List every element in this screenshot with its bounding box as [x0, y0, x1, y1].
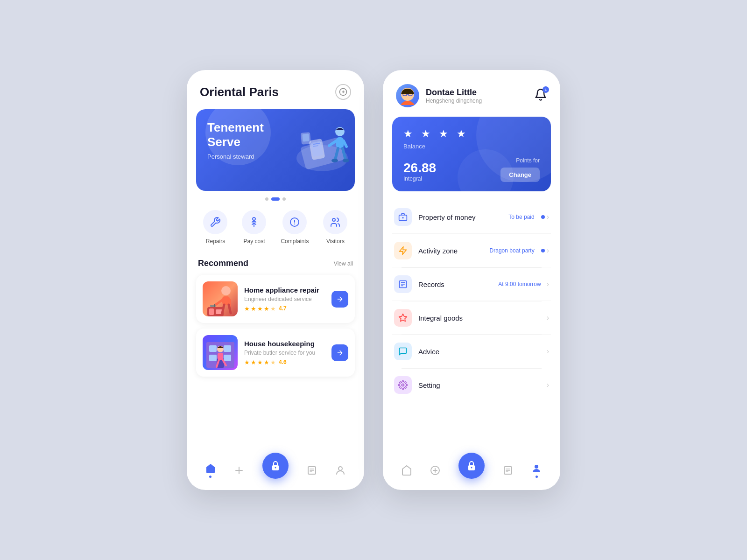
integral-icon-wrap — [394, 309, 412, 327]
svg-point-16 — [343, 159, 349, 162]
appliance-rating: 4.7 — [279, 305, 287, 312]
bell-badge: 1 — [543, 86, 549, 93]
nav-home[interactable] — [205, 463, 216, 478]
pay-cost-label: Pay cost — [243, 238, 265, 245]
appliance-arrow-button[interactable] — [331, 291, 348, 308]
p2-nav-home[interactable] — [401, 465, 412, 476]
svg-point-59 — [535, 465, 538, 469]
svg-rect-33 — [209, 345, 217, 352]
phone2-content: Dontae Little Hengsheng dingcheng 1 ★ ★ … — [383, 70, 560, 490]
user-avatar — [396, 84, 419, 107]
activity-dot — [541, 249, 545, 252]
star-2: ★ — [251, 305, 256, 312]
action-repairs[interactable]: Repairs — [203, 210, 227, 245]
svg-line-30 — [222, 305, 224, 313]
svg-rect-34 — [224, 345, 231, 352]
housekeeping-arrow-button[interactable] — [331, 344, 348, 361]
appliance-info: Home appliance repair Engineer dedicated… — [244, 286, 325, 312]
carousel-dots — [187, 197, 364, 201]
property-chevron: › — [547, 213, 549, 221]
card-balance-label: Balance — [403, 143, 540, 150]
menu-item-advice[interactable]: Advice › — [392, 335, 551, 368]
action-pay-cost[interactable]: Pay cost — [242, 210, 266, 245]
hstar-5: ★ — [270, 359, 276, 366]
activity-status: Dragon boat party — [490, 247, 535, 254]
menu-item-activity[interactable]: Activity zone Dragon boat party › — [392, 234, 551, 267]
svg-point-21 — [221, 286, 231, 295]
property-label: Property of money — [418, 213, 508, 221]
phones-container: Oriental Paris TenementServe Personal st… — [187, 70, 560, 490]
activity-label: Activity zone — [418, 247, 490, 255]
menu-item-records[interactable]: Records At 9:00 tomorrow › — [392, 268, 551, 301]
user-subtitle: Hengsheng dingcheng — [426, 98, 482, 104]
nav-profile[interactable] — [335, 465, 346, 476]
menu-item-property[interactable]: Property of money To be paid › — [392, 201, 551, 234]
appliance-name: Home appliance repair — [244, 286, 325, 294]
svg-point-45 — [338, 467, 342, 470]
app-title: Oriental Paris — [200, 85, 279, 99]
appliance-stars: ★ ★ ★ ★ ★ 4.7 — [244, 305, 325, 312]
change-button[interactable]: Change — [500, 168, 540, 182]
hero-text: TenementServe Personal steward — [207, 120, 344, 160]
card-integral-label: Integral — [403, 175, 436, 182]
recommend-card-appliance[interactable]: Home appliance repair Engineer dedicated… — [196, 275, 355, 323]
phone1-bottom-nav — [187, 455, 364, 490]
action-complaints[interactable]: Complaints — [281, 210, 309, 245]
hstar-4: ★ — [264, 359, 269, 366]
housekeeping-desc: Private butler service for you — [244, 350, 325, 356]
p2-nav-lock-button[interactable] — [458, 453, 485, 479]
hstar-3: ★ — [257, 359, 263, 366]
integral-chevron: › — [547, 314, 549, 322]
phone-home: Oriental Paris TenementServe Personal st… — [187, 70, 364, 490]
svg-line-12 — [344, 141, 346, 147]
visitors-label: Visitors — [326, 238, 345, 245]
housekeeping-stars: ★ ★ ★ ★ ★ 4.6 — [244, 359, 325, 366]
nav-add[interactable] — [233, 465, 245, 476]
card-integral: 26.88 Integral — [403, 161, 436, 182]
hero-title: TenementServe — [207, 120, 344, 149]
appliance-illustration — [203, 281, 238, 316]
menu-item-integral[interactable]: Integral goods › — [392, 301, 551, 335]
phone1-content: Oriental Paris TenementServe Personal st… — [187, 70, 364, 490]
menu-list: Property of money To be paid › A — [383, 201, 560, 401]
svg-rect-39 — [218, 353, 223, 360]
svg-point-20 — [332, 218, 335, 221]
notification-bell[interactable]: 1 — [534, 88, 547, 103]
repairs-label: Repairs — [206, 238, 225, 245]
profile-user-info: Dontae Little Hengsheng dingcheng — [396, 84, 482, 107]
records-icon-wrap — [394, 275, 412, 293]
user-text-info: Dontae Little Hengsheng dingcheng — [426, 88, 482, 104]
dot-2-active[interactable] — [271, 197, 280, 201]
add-icon[interactable] — [335, 84, 351, 100]
svg-rect-35 — [209, 355, 217, 361]
records-chevron: › — [547, 280, 549, 288]
hero-subtitle: Personal steward — [207, 153, 344, 160]
p2-nav-tasks[interactable] — [502, 465, 514, 476]
star-1: ★ — [244, 305, 250, 312]
dot-1[interactable] — [265, 197, 268, 201]
complaints-label: Complaints — [281, 238, 309, 245]
action-visitors[interactable]: Visitors — [323, 210, 347, 245]
setting-icon-wrap — [394, 376, 412, 394]
star-4: ★ — [264, 305, 269, 312]
housekeeping-name: House housekeeping — [244, 340, 325, 348]
records-label: Records — [418, 280, 498, 288]
housekeeping-image — [203, 335, 238, 370]
hero-banner: TenementServe Personal steward — [196, 109, 355, 191]
activity-icon-wrap — [394, 242, 412, 259]
nav-tasks[interactable] — [306, 465, 317, 476]
home-nav-dot — [209, 476, 211, 478]
dot-3[interactable] — [282, 197, 286, 201]
menu-item-setting[interactable]: Setting › — [392, 369, 551, 401]
hstar-1: ★ — [244, 359, 250, 366]
card-bottom: 26.88 Integral Points for Change — [403, 157, 540, 182]
recommend-card-housekeeping[interactable]: House housekeeping Private butler servic… — [196, 329, 355, 377]
svg-point-43 — [275, 467, 276, 469]
p2-nav-add[interactable] — [430, 465, 441, 476]
view-all-link[interactable]: View all — [334, 260, 353, 267]
balance-card: ★ ★ ★ ★ Balance 26.88 Integral Points fo… — [392, 117, 551, 191]
p2-nav-profile[interactable] — [531, 463, 542, 478]
nav-lock-button[interactable] — [262, 453, 289, 479]
hstar-2: ★ — [251, 359, 256, 366]
svg-line-23 — [214, 300, 222, 306]
